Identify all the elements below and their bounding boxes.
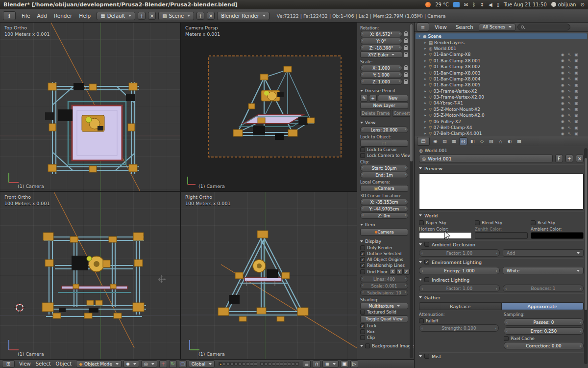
scale-field[interactable]: X: 1.000 [360, 65, 402, 71]
outliner-search-input[interactable] [517, 24, 570, 30]
properties-tab[interactable]: ◎ [459, 137, 467, 145]
restrict-render-icon[interactable]: ▣ [574, 58, 578, 63]
rotation-mode-dropdown[interactable]: XYZ Euler [360, 52, 402, 58]
layer-toggle[interactable] [238, 362, 242, 366]
outliner-row[interactable]: ▸ ▽ 07-Belt-Clamp-X4.001 ◉ ↖ ▣ [421, 131, 587, 136]
indirect-lighting-panel-header[interactable]: Indirect Lighting [419, 276, 584, 283]
convert-button[interactable]: Convert [392, 110, 412, 117]
datablock-name[interactable]: 01-Bar-Clamp-X8.005 [434, 82, 481, 87]
outliner-row[interactable]: ▸ ▽ 01-Bar-Clamp-X8.001 ◉ ↖ ▣ [421, 58, 587, 64]
cursor-field[interactable]: X: -35.153cm [360, 199, 408, 205]
restrict-select-icon[interactable]: ↖ [568, 95, 571, 100]
viewport-shading-dropdown[interactable]: ● [123, 360, 139, 368]
lock-layers-button[interactable] [303, 360, 311, 368]
manipulator-translate-button[interactable]: + [159, 360, 167, 368]
datablock-name[interactable]: 01-Bar-Clamp-X8.003 [434, 71, 481, 76]
restrict-render-icon[interactable]: ▣ [574, 101, 578, 105]
grease-pencil-add-button[interactable]: + [369, 95, 377, 102]
screen-layout-selector[interactable]: ▦Default [97, 12, 135, 20]
restrict-select-icon[interactable]: ↖ [568, 101, 571, 105]
restrict-view-icon[interactable]: ◉ [561, 95, 564, 100]
expander-icon[interactable]: ▸ [423, 59, 427, 63]
restrict-view-icon[interactable]: ◉ [561, 89, 564, 93]
restrict-view-icon[interactable]: ◉ [561, 58, 564, 63]
restrict-render-icon[interactable]: ▣ [574, 71, 578, 75]
item-object-field[interactable]: ●Camera [360, 229, 408, 236]
expander-icon[interactable]: ▸ [423, 101, 427, 105]
manipulator-scale-button[interactable]: ▢ [179, 360, 187, 368]
expander-icon[interactable]: ▸ [423, 77, 427, 81]
close-scene-button[interactable]: × [207, 12, 215, 20]
expander-icon[interactable]: ▸ [423, 47, 427, 51]
checkbox[interactable] [360, 245, 365, 250]
datablock-name[interactable]: World.001 [434, 46, 456, 51]
mode-dropdown[interactable]: ◆ Object Mode [76, 360, 122, 368]
expander-icon[interactable]: ▸ [423, 83, 427, 87]
horizon-color-swatch[interactable] [419, 232, 472, 239]
expander-icon[interactable]: ▸ [423, 71, 427, 75]
layer-toggle[interactable] [280, 362, 283, 366]
grid-scale-field[interactable]: Scale: 0.001 [360, 283, 408, 289]
menu-item[interactable]: File [18, 12, 34, 19]
properties-tab[interactable]: ◉ [431, 137, 440, 145]
properties-tab[interactable]: ▤ [441, 137, 449, 145]
expander-icon[interactable]: ▸ [423, 95, 427, 99]
outliner-row[interactable]: ▸ ▽ 01-Bar-Clamp-X8 ◉ ↖ ▣ [421, 52, 587, 57]
toggle-quad-view-button[interactable]: Toggle Quad View [360, 315, 408, 322]
layer-toggle[interactable] [246, 362, 249, 366]
transform-orientation-dropdown[interactable]: Global [189, 360, 215, 368]
expander-icon[interactable]: ▸ [423, 41, 427, 45]
datablock-name[interactable]: 06-Pulley-X2 [434, 119, 461, 124]
layer-toggle[interactable] [234, 362, 238, 366]
lock-icon[interactable] [403, 72, 408, 78]
checkbox[interactable]: ✓ [360, 257, 365, 262]
lock-icon[interactable] [403, 31, 408, 37]
outliner-row[interactable]: ▸ ▽ 03-Frame-Vertex-X2 ◉ ↖ ▣ [421, 88, 587, 94]
editor-type-button[interactable]: ℹ [3, 11, 16, 20]
scene-selector[interactable]: ▧Scene [158, 12, 194, 20]
properties-tab[interactable]: △ [496, 137, 505, 145]
layer-toggle[interactable] [250, 362, 253, 366]
layer-toggle[interactable] [288, 362, 291, 366]
properties-tab[interactable]: ◧ [468, 137, 477, 145]
layer-toggle[interactable] [242, 362, 245, 366]
properties-tab[interactable]: ◇ [478, 137, 486, 145]
restrict-render-icon[interactable]: ▣ [574, 126, 578, 130]
lock-to-cursor-checkbox[interactable] [360, 147, 365, 152]
mist-checkbox[interactable] [424, 354, 429, 359]
textured-solid-checkbox[interactable] [360, 310, 365, 315]
layer-toggle[interactable] [230, 362, 234, 366]
clip-end-field[interactable]: End: 1m [360, 172, 408, 178]
mail-icon[interactable]: ✉ [464, 2, 468, 7]
restrict-select-icon[interactable]: ↖ [568, 89, 571, 93]
grid-floor-checkbox[interactable] [360, 269, 365, 274]
layer-toggle[interactable] [254, 362, 257, 366]
layer-toggle[interactable] [272, 362, 275, 366]
falloff-checkbox[interactable] [419, 318, 424, 323]
close-layout-button[interactable]: × [148, 12, 156, 20]
outliner-row[interactable]: ▸ ▽ 07-Belt-Clamp-X4 ◉ ↖ ▣ [421, 125, 587, 131]
axis-toggle-button[interactable]: X [390, 269, 396, 275]
outliner-row[interactable]: ▸ ▽ 03-Frame-Vertex-X2.00 ◉ ↖ ▣ [421, 94, 587, 100]
restrict-view-icon[interactable]: ◉ [561, 131, 564, 136]
gather-panel-header[interactable]: Gather [419, 293, 584, 301]
restrict-render-icon[interactable]: ▣ [574, 95, 578, 100]
properties-scrollbar[interactable] [584, 148, 588, 364]
datablock-name[interactable]: RenderLayers [434, 40, 465, 45]
restrict-view-icon[interactable]: ◉ [561, 113, 564, 118]
properties-tab[interactable]: ▨ [487, 137, 495, 145]
outliner-row[interactable]: ▸ ▽ 01-Bar-Clamp-X8.002 ◉ ↖ ▣ [421, 64, 587, 70]
expander-icon[interactable]: ▾ [417, 34, 421, 38]
restrict-view-icon[interactable]: ◉ [561, 53, 564, 57]
editor-type-button[interactable]: ▤ [417, 137, 430, 146]
restrict-view-icon[interactable]: ◉ [561, 65, 564, 69]
layer-toggle[interactable] [284, 362, 287, 366]
user-menu[interactable]: obijuan [551, 2, 576, 7]
zenith-color-swatch[interactable] [475, 232, 528, 239]
expander-icon[interactable]: ▸ [423, 113, 427, 117]
datablock-name[interactable]: 01-Bar-Clamp-X8.001 [434, 58, 481, 63]
rotation-field[interactable]: Y: 0° [360, 38, 402, 44]
add-scene-button[interactable]: + [196, 12, 204, 20]
restrict-view-icon[interactable]: ◉ [561, 71, 564, 75]
restrict-render-icon[interactable]: ▣ [574, 107, 578, 111]
